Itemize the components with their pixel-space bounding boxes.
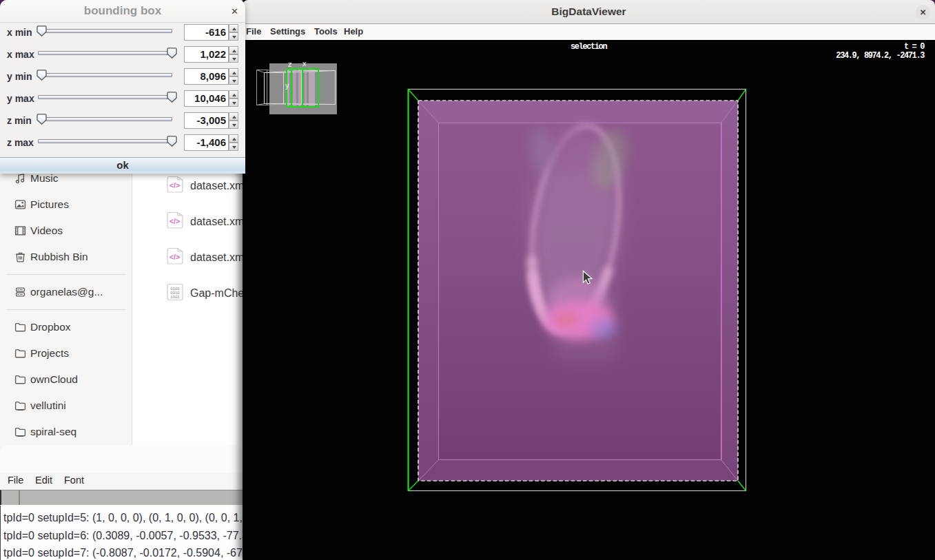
svg-text:1001: 1001 (170, 295, 180, 300)
svg-text:</>: </> (169, 217, 180, 225)
svg-text:x: x (302, 59, 307, 68)
svg-text:y: y (285, 81, 289, 90)
svg-text:</>: </> (169, 181, 180, 189)
svg-text:z: z (288, 60, 292, 68)
svg-text:</>: </> (169, 253, 180, 261)
